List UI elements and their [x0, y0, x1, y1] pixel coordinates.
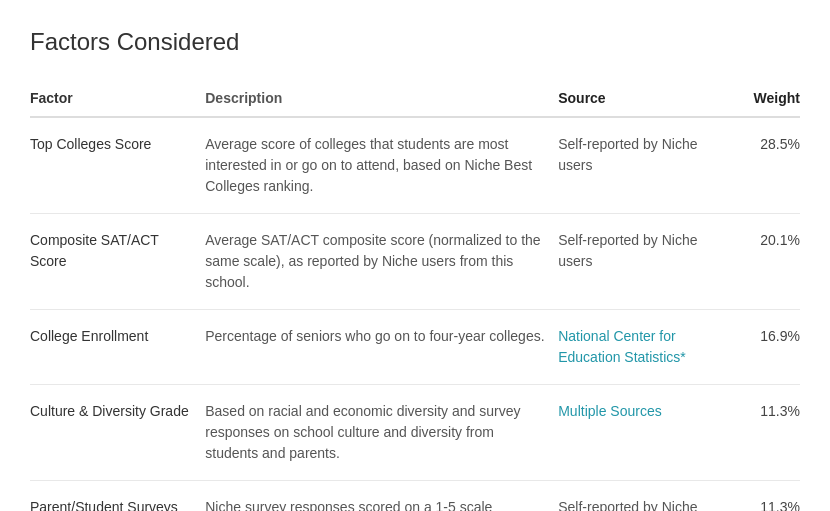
cell-source[interactable]: National Center for Education Statistics…	[558, 310, 731, 385]
cell-weight: 20.1%	[731, 214, 800, 310]
cell-weight: 28.5%	[731, 117, 800, 214]
header-factor: Factor	[30, 80, 205, 117]
page-title: Factors Considered	[30, 28, 800, 56]
table-row: Top Colleges ScoreAverage score of colle…	[30, 117, 800, 214]
factors-table: Factor Description Source Weight Top Col…	[30, 80, 800, 511]
cell-factor: Top Colleges Score	[30, 117, 205, 214]
cell-source: Self-reported by Niche users	[558, 117, 731, 214]
cell-source: Self-reported by Niche users	[558, 481, 731, 512]
source-link[interactable]: Multiple Sources	[558, 403, 662, 419]
header-weight: Weight	[731, 80, 800, 117]
cell-weight: 11.3%	[731, 385, 800, 481]
cell-description: Based on racial and economic diversity a…	[205, 385, 558, 481]
cell-description: Niche survey responses scored on a 1-5 s…	[205, 481, 558, 512]
cell-description: Percentage of seniors who go on to four-…	[205, 310, 558, 385]
cell-factor: Composite SAT/ACT Score	[30, 214, 205, 310]
table-row: Parent/Student Surveys on Overall Experi…	[30, 481, 800, 512]
header-source: Source	[558, 80, 731, 117]
cell-weight: 16.9%	[731, 310, 800, 385]
source-link[interactable]: National Center for Education Statistics…	[558, 328, 686, 365]
cell-factor: College Enrollment	[30, 310, 205, 385]
table-header-row: Factor Description Source Weight	[30, 80, 800, 117]
header-description: Description	[205, 80, 558, 117]
table-row: Culture & Diversity GradeBased on racial…	[30, 385, 800, 481]
table-row: College EnrollmentPercentage of seniors …	[30, 310, 800, 385]
cell-description: Average score of colleges that students …	[205, 117, 558, 214]
cell-description: Average SAT/ACT composite score (normali…	[205, 214, 558, 310]
cell-source: Self-reported by Niche users	[558, 214, 731, 310]
cell-weight: 11.3%	[731, 481, 800, 512]
cell-factor: Parent/Student Surveys on Overall Experi…	[30, 481, 205, 512]
cell-source[interactable]: Multiple Sources	[558, 385, 731, 481]
table-row: Composite SAT/ACT ScoreAverage SAT/ACT c…	[30, 214, 800, 310]
cell-factor: Culture & Diversity Grade	[30, 385, 205, 481]
